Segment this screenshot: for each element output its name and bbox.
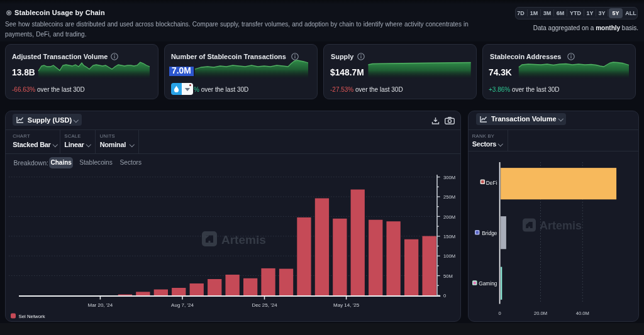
svg-text:Artemis: Artemis bbox=[540, 219, 582, 232]
svg-text:Mar 20, '24: Mar 20, '24 bbox=[88, 302, 113, 308]
svg-text:May 14, '25: May 14, '25 bbox=[333, 302, 360, 308]
svg-text:0: 0 bbox=[498, 310, 501, 316]
svg-text:150M: 150M bbox=[443, 234, 455, 239]
svg-text:Bridge: Bridge bbox=[482, 230, 497, 236]
svg-text:100M: 100M bbox=[443, 253, 455, 259]
svg-text:Sei Network: Sei Network bbox=[19, 314, 45, 319]
svg-text:0: 0 bbox=[443, 293, 446, 299]
svg-text:DeFi: DeFi bbox=[486, 180, 497, 186]
svg-text:50M: 50M bbox=[443, 273, 453, 279]
svg-text:Aug 7, '24: Aug 7, '24 bbox=[171, 302, 194, 308]
svg-text:300M: 300M bbox=[443, 175, 455, 180]
svg-text:Dec 25, '24: Dec 25, '24 bbox=[252, 302, 277, 308]
svg-text:250M: 250M bbox=[443, 194, 455, 200]
svg-text:200M: 200M bbox=[443, 214, 455, 220]
svg-text:20.0M: 20.0M bbox=[534, 310, 547, 316]
svg-text:Gaming: Gaming bbox=[479, 280, 497, 287]
svg-text:Artemis: Artemis bbox=[221, 233, 266, 246]
svg-text:40.0M: 40.0M bbox=[576, 310, 589, 316]
